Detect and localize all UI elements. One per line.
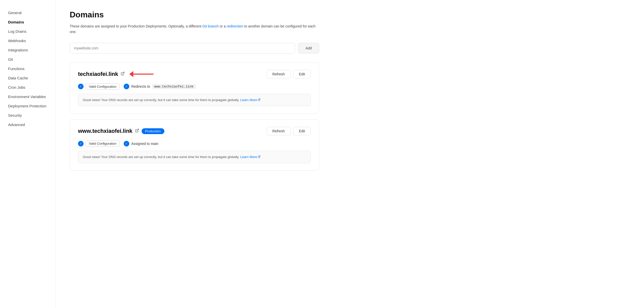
desc-part2: or a — [219, 24, 227, 28]
sidebar-item-domains[interactable]: Domains — [0, 17, 55, 27]
redirect-code: www.techxiaofei.link — [152, 84, 196, 89]
valid-config-badge: ✓Valid Configuration — [78, 83, 120, 90]
refresh-button[interactable]: Refresh — [267, 70, 291, 78]
sidebar-item-webhooks[interactable]: Webhooks — [0, 36, 55, 45]
page-title: Domains — [70, 10, 319, 19]
svg-line-1 — [259, 99, 260, 100]
domain-input-row: Add — [70, 43, 319, 53]
check-icon-2: ✓ — [124, 84, 129, 89]
sidebar-item-functions[interactable]: Functions — [0, 64, 55, 73]
valid-config-label: Valid Configuration — [86, 140, 120, 147]
refresh-button[interactable]: Refresh — [267, 127, 291, 135]
domain-info-box: Good news! Your DNS records are set up c… — [78, 94, 311, 106]
svg-line-0 — [122, 72, 124, 74]
sidebar-item-general[interactable]: General — [0, 8, 55, 17]
domain-name-row: www.techxiaofei.linkProduction — [78, 128, 164, 134]
domain-card-0: techxiaofei.linkRefreshEdit✓Valid Config… — [70, 63, 319, 114]
domain-name: techxiaofei.link — [78, 71, 118, 77]
domain-input[interactable] — [70, 43, 295, 53]
sidebar-item-log-drains[interactable]: Log Drains — [0, 27, 55, 36]
info-text: Good news! Your DNS records are set up c… — [83, 155, 240, 159]
learn-more-external-icon — [258, 99, 261, 102]
sidebar-item-deployment-protection[interactable]: Deployment Protection — [0, 101, 55, 111]
annotation-arrow — [129, 71, 153, 77]
page-description: These domains are assigned to your Produ… — [70, 23, 319, 35]
domain-card-header: techxiaofei.linkRefreshEdit — [78, 70, 311, 78]
domain-cards-container: techxiaofei.linkRefreshEdit✓Valid Config… — [70, 63, 319, 171]
production-badge: Production — [142, 128, 164, 134]
sidebar-item-integrations[interactable]: Integrations — [0, 45, 55, 55]
redirect-badge: ✓Redirects towww.techxiaofei.link — [124, 84, 196, 89]
valid-config-badge: ✓Valid Configuration — [78, 140, 120, 147]
domain-name: www.techxiaofei.link — [78, 128, 133, 134]
check-icon-2: ✓ — [124, 141, 129, 146]
check-icon-1: ✓ — [78, 84, 84, 89]
learn-more-link[interactable]: Learn More — [240, 98, 261, 102]
redirect-badge: ✓Assigned to main — [124, 141, 158, 146]
domain-status-row: ✓Valid Configuration✓Assigned to main — [78, 140, 311, 147]
check-icon-1: ✓ — [78, 141, 84, 146]
sidebar: GeneralDomainsLog DrainsWebhooksIntegrat… — [0, 0, 56, 308]
add-button[interactable]: Add — [298, 43, 319, 53]
svg-line-3 — [259, 156, 260, 157]
redirect-text: Redirects to — [131, 84, 150, 88]
git-branch-link[interactable]: Git branch — [202, 24, 219, 28]
learn-more-external-icon — [258, 156, 261, 159]
sidebar-item-git[interactable]: Git — [0, 55, 55, 64]
sidebar-item-env-vars[interactable]: Environment Variables — [0, 92, 55, 101]
sidebar-item-advanced[interactable]: Advanced — [0, 120, 55, 129]
domain-card-actions: RefreshEdit — [267, 70, 311, 78]
external-link-icon[interactable] — [135, 129, 139, 134]
edit-button[interactable]: Edit — [293, 70, 311, 78]
domain-status-row: ✓Valid Configuration✓Redirects towww.tec… — [78, 83, 311, 90]
svg-line-2 — [137, 129, 138, 131]
sidebar-item-data-cache[interactable]: Data Cache — [0, 73, 55, 83]
domain-card-actions: RefreshEdit — [267, 127, 311, 135]
desc-part1: These domains are assigned to your Produ… — [70, 24, 202, 28]
domain-name-row: techxiaofei.link — [78, 71, 153, 77]
redirection-link[interactable]: redirection — [227, 24, 243, 28]
domain-info-box: Good news! Your DNS records are set up c… — [78, 151, 311, 163]
domain-card-header: www.techxiaofei.linkProductionRefreshEdi… — [78, 127, 311, 135]
valid-config-label: Valid Configuration — [86, 83, 120, 90]
sidebar-item-cron-jobs[interactable]: Cron Jobs — [0, 83, 55, 92]
sidebar-item-security[interactable]: Security — [0, 111, 55, 120]
main-content: Domains These domains are assigned to yo… — [56, 0, 333, 308]
edit-button[interactable]: Edit — [293, 127, 311, 135]
external-link-icon[interactable] — [121, 72, 125, 77]
learn-more-link[interactable]: Learn More — [240, 155, 261, 159]
domain-card-1: www.techxiaofei.linkProductionRefreshEdi… — [70, 119, 319, 171]
info-text: Good news! Your DNS records are set up c… — [83, 98, 240, 102]
redirect-text: Assigned to main — [131, 142, 158, 146]
